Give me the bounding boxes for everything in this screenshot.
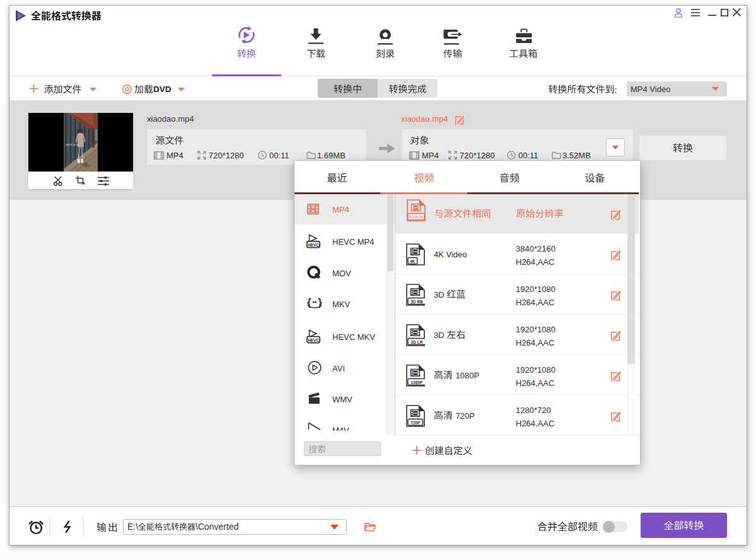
svg-text:NEW 2019: NEW 2019 [66, 143, 79, 146]
svg-text:1080P: 1080P [411, 380, 423, 384]
svg-text:3D LR: 3D LR [411, 339, 423, 344]
svg-text:4K: 4K [410, 259, 416, 263]
svg-text:3D RB: 3D RB [410, 299, 423, 303]
svg-text:HEVC: HEVC [308, 338, 319, 342]
svg-text:source: source [409, 214, 424, 219]
svg-text:720P: 720P [410, 420, 421, 424]
svg-text:HEVC: HEVC [308, 243, 319, 247]
